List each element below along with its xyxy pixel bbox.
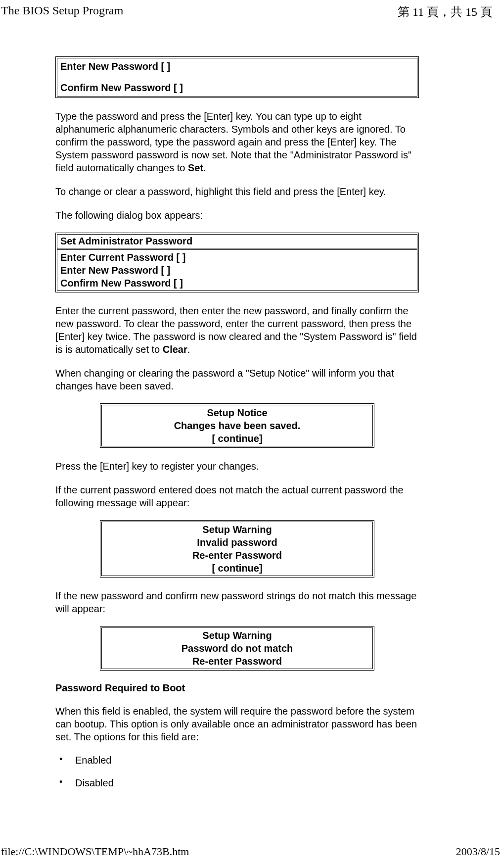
doc-title: The BIOS Setup Program bbox=[1, 4, 123, 20]
enter-current-password-field: Enter Current Password [ ] bbox=[60, 251, 414, 264]
setup-notice-box: Setup Notice Changes have been saved. [ … bbox=[100, 403, 374, 448]
paragraph-text: Type the password and press the [Enter] … bbox=[55, 111, 411, 173]
warning-message: Password do not match bbox=[105, 642, 369, 655]
setup-warning-invalid-box: Setup Warning Invalid password Re-enter … bbox=[100, 520, 374, 578]
notice-message: Changes have been saved. bbox=[105, 419, 369, 432]
warning-instruction: Re-enter Password bbox=[105, 655, 369, 668]
box-title: Set Administrator Password bbox=[57, 235, 417, 250]
page-indicator: 第 11 頁，共 15 頁 bbox=[398, 4, 492, 20]
file-path: file://C:\WINDOWS\TEMP\~hhA73B.htm bbox=[1, 848, 189, 857]
options-list: Enabled Disabled bbox=[55, 754, 419, 789]
warning-title: Setup Warning bbox=[105, 629, 369, 642]
footer-date: 2003/8/15 bbox=[456, 848, 500, 857]
continue-prompt: [ continue] bbox=[105, 562, 369, 575]
clear-label: Clear bbox=[163, 344, 187, 355]
list-item: Enabled bbox=[55, 754, 419, 766]
paragraph: If the new password and confirm new pass… bbox=[55, 589, 419, 615]
enter-new-password-field: Enter New Password [ ] bbox=[60, 60, 414, 73]
paragraph: Press the [Enter] key to register your c… bbox=[55, 460, 419, 473]
page-footer: file://C:\WINDOWS\TEMP\~hhA73B.htm 2003/… bbox=[0, 848, 501, 857]
paragraph: Type the password and press the [Enter] … bbox=[55, 110, 419, 174]
password-entry-box: Enter New Password [ ] Confirm New Passw… bbox=[55, 56, 419, 98]
paragraph: The following dialog box appears: bbox=[55, 209, 419, 222]
paragraph: When this field is enabled, the system w… bbox=[55, 705, 419, 743]
page-header: The BIOS Setup Program 第 11 頁，共 15 頁 bbox=[0, 0, 501, 22]
paragraph: If the current password entered does not… bbox=[55, 483, 419, 509]
paragraph-text: . bbox=[203, 162, 206, 173]
warning-title: Setup Warning bbox=[105, 523, 369, 536]
confirm-new-password-field: Confirm New Password [ ] bbox=[60, 82, 414, 94]
paragraph: Enter the current password, then enter t… bbox=[55, 304, 419, 356]
list-item: Disabled bbox=[55, 777, 419, 789]
section-heading: Password Required to Boot bbox=[55, 682, 419, 694]
paragraph-text: . bbox=[187, 344, 190, 355]
paragraph-text: Enter the current password, then enter t… bbox=[55, 305, 417, 355]
paragraph: When changing or clearing the password a… bbox=[55, 367, 419, 392]
setup-warning-mismatch-box: Setup Warning Password do not match Re-e… bbox=[100, 626, 374, 671]
warning-instruction: Re-enter Password bbox=[105, 549, 369, 562]
continue-prompt: [ continue] bbox=[105, 432, 369, 445]
notice-title: Setup Notice bbox=[105, 406, 369, 419]
document-content: Enter New Password [ ] Confirm New Passw… bbox=[55, 56, 419, 789]
set-admin-password-box: Set Administrator Password Enter Current… bbox=[55, 233, 419, 292]
enter-new-password-field: Enter New Password [ ] bbox=[60, 264, 414, 277]
confirm-new-password-field: Confirm New Password [ ] bbox=[60, 277, 414, 289]
set-label: Set bbox=[188, 162, 203, 173]
paragraph: To change or clear a password, highlight… bbox=[55, 185, 419, 198]
warning-message: Invalid password bbox=[105, 536, 369, 549]
